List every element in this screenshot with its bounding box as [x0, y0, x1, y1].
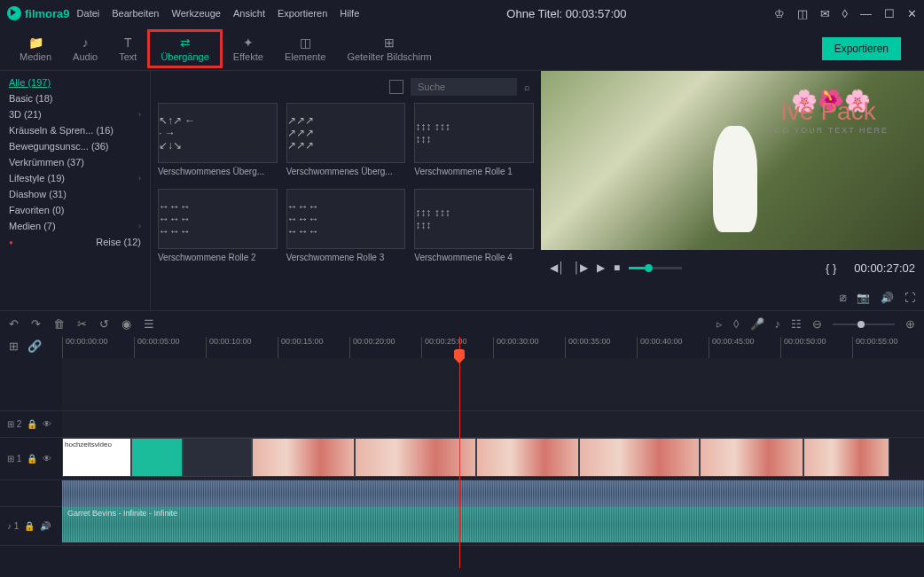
- undo-button[interactable]: ↶: [9, 317, 19, 331]
- audio-waveform[interactable]: [62, 480, 924, 507]
- audio-clip[interactable]: Garret Bevins - Infinite - Infinite: [62, 507, 924, 542]
- lock-icon[interactable]: 🔒: [27, 419, 37, 429]
- sidebar-label: Medien (7): [9, 221, 56, 231]
- close-button[interactable]: ✕: [907, 7, 917, 20]
- tab-medien[interactable]: 📁Medien: [9, 32, 62, 66]
- tab-geteilter[interactable]: ⊞Geteilter Bildschirm: [336, 32, 442, 66]
- video-clip[interactable]: [476, 438, 580, 477]
- lock-icon[interactable]: 🔒: [27, 454, 37, 464]
- video-clip[interactable]: [803, 438, 889, 477]
- tab-uebergaenge[interactable]: ⇄Übergänge: [147, 29, 222, 68]
- user-icon[interactable]: ♔: [774, 7, 785, 20]
- video-clip[interactable]: [700, 438, 803, 477]
- visibility-icon[interactable]: 👁: [43, 419, 51, 429]
- sidebar-item-3d[interactable]: 3D (21)›: [0, 106, 150, 122]
- feedback-icon[interactable]: ◫: [797, 7, 808, 20]
- app-logo: filmora9: [7, 6, 70, 20]
- menu-werkzeuge[interactable]: Werkzeuge: [171, 8, 220, 19]
- lock-icon[interactable]: 🔒: [24, 521, 35, 531]
- preview-timecode: 00:00:27:02: [854, 261, 915, 275]
- redo-button[interactable]: ↷: [31, 317, 41, 331]
- volume-icon[interactable]: 🔊: [881, 292, 894, 304]
- sidebar-item-lifestyle[interactable]: Lifestyle (19)›: [0, 170, 150, 186]
- sidebar-item-verkruemmen[interactable]: Verkrümmen (37): [0, 154, 150, 170]
- play-button[interactable]: ▶: [597, 261, 605, 274]
- step-back-button[interactable]: │▶: [574, 261, 589, 274]
- search-input[interactable]: [411, 78, 517, 96]
- mute-icon[interactable]: 🔊: [40, 521, 51, 531]
- sidebar-item-alle[interactable]: Alle (197): [0, 74, 150, 90]
- video-clip[interactable]: [579, 438, 700, 477]
- transition-item[interactable]: ↖↑↗ ← · → ↙↓↘Verschwommenes Überg...: [158, 103, 278, 180]
- video-audio-track[interactable]: [0, 480, 924, 507]
- video-clip[interactable]: [183, 438, 252, 477]
- fullscreen-icon[interactable]: ⛶: [904, 292, 915, 304]
- history-button[interactable]: ↺: [99, 317, 109, 331]
- grid-view-icon[interactable]: [389, 80, 403, 94]
- export-button[interactable]: Exportieren: [822, 37, 901, 60]
- maximize-button[interactable]: ☐: [884, 7, 895, 20]
- braces-icon[interactable]: { }: [826, 261, 836, 275]
- spacer-track: [0, 358, 924, 411]
- marker2-button[interactable]: ◊: [733, 317, 739, 331]
- video-track[interactable]: ⊞ 1 🔒 👁 hochzeitsvideo: [0, 438, 924, 480]
- menu-exportieren[interactable]: Exportieren: [278, 8, 327, 19]
- menu-datei[interactable]: Datei: [77, 8, 100, 19]
- zoom-in-button[interactable]: ⊕: [905, 317, 915, 331]
- overlay-track[interactable]: ⊞ 2 🔒 👁: [0, 411, 924, 438]
- ruler-mark: 00:00:30:00: [493, 337, 565, 358]
- transition-item[interactable]: ↔↔↔ ↔↔↔ ↔↔↔Verschwommene Rolle 2: [158, 189, 278, 266]
- video-clip[interactable]: [355, 438, 475, 477]
- menu-ansicht[interactable]: Ansicht: [233, 8, 265, 19]
- minimize-button[interactable]: —: [860, 7, 872, 20]
- settings-button[interactable]: ☰: [144, 317, 154, 331]
- delete-button[interactable]: 🗑: [53, 317, 65, 331]
- mixer-button[interactable]: ☷: [791, 317, 802, 331]
- video-clip[interactable]: hochzeitsvideo: [62, 438, 131, 477]
- sidebar-item-basic[interactable]: Basic (18): [0, 90, 150, 106]
- sidebar-item-bewegung[interactable]: Bewegungsunsc... (36): [0, 138, 150, 154]
- tab-effekte[interactable]: ✦Effekte: [223, 32, 274, 66]
- volume-slider[interactable]: [629, 267, 682, 269]
- sidebar-label: Alle (197): [9, 77, 51, 88]
- sidebar-item-favoriten[interactable]: Favoriten (0): [0, 202, 150, 218]
- app-version: 9: [63, 7, 69, 20]
- search-icon[interactable]: ⌕: [524, 82, 530, 92]
- playhead[interactable]: [459, 337, 460, 568]
- tab-audio[interactable]: ♪Audio: [62, 32, 108, 66]
- transition-item[interactable]: ↗↗↗ ↗↗↗ ↗↗↗Verschwommenes Überg...: [286, 103, 406, 180]
- visibility-icon[interactable]: 👁: [43, 454, 51, 464]
- audio-track[interactable]: ♪ 1 🔒 🔊 Garret Bevins - Infinite - Infin…: [0, 507, 924, 546]
- menu-bearbeiten[interactable]: Bearbeiten: [112, 8, 159, 19]
- notification-icon[interactable]: ◊: [842, 7, 848, 20]
- menu-hilfe[interactable]: Hilfe: [340, 8, 359, 19]
- mic-button[interactable]: 🎤: [750, 317, 764, 331]
- prev-frame-button[interactable]: ◀│: [550, 261, 565, 274]
- video-clip[interactable]: [252, 438, 356, 477]
- preview-pane: 🌸🌺🌸 Ive Pack ADD YOUR TEXT HERE ◀│ │▶ ▶ …: [541, 71, 924, 310]
- video-clip[interactable]: [131, 438, 183, 477]
- stop-button[interactable]: ■: [614, 261, 620, 274]
- sidebar-item-reise[interactable]: Reise (12): [0, 234, 150, 250]
- mail-icon[interactable]: ✉: [820, 7, 830, 20]
- display-icon[interactable]: ⎚: [840, 292, 846, 304]
- cut-button[interactable]: ✂: [77, 317, 87, 331]
- sidebar-item-diashow[interactable]: Diashow (31): [0, 186, 150, 202]
- marker-button[interactable]: ◉: [121, 317, 131, 331]
- music-button[interactable]: ♪: [775, 317, 781, 331]
- tab-text[interactable]: TText: [108, 32, 147, 66]
- transition-item[interactable]: ↕↕↕ ↕↕↕ ↕↕↕Verschwommene Rolle 1: [414, 103, 534, 180]
- sidebar-label: Lifestyle (19): [9, 173, 65, 183]
- tab-elemente[interactable]: ◫Elemente: [274, 32, 336, 66]
- transition-item[interactable]: ↕↕↕ ↕↕↕ ↕↕↕Verschwommene Rolle 4: [414, 189, 534, 266]
- sidebar-item-kraeuseln[interactable]: Kräuseln & Spren... (16): [0, 122, 150, 138]
- zoom-slider[interactable]: [833, 324, 895, 325]
- track-label: ♪ 1: [7, 521, 19, 531]
- ruler-mark: 00:00:15:00: [278, 337, 349, 358]
- zoom-out-button[interactable]: ⊖: [812, 317, 822, 331]
- sidebar-item-medien[interactable]: Medien (7)›: [0, 218, 150, 234]
- snapshot-icon[interactable]: 📷: [857, 292, 870, 304]
- preview-video[interactable]: 🌸🌺🌸 Ive Pack ADD YOUR TEXT HERE: [541, 71, 924, 250]
- render-button[interactable]: ▹: [716, 317, 723, 331]
- transition-item[interactable]: ↔↔↔ ↔↔↔ ↔↔↔Verschwommene Rolle 3: [286, 189, 406, 266]
